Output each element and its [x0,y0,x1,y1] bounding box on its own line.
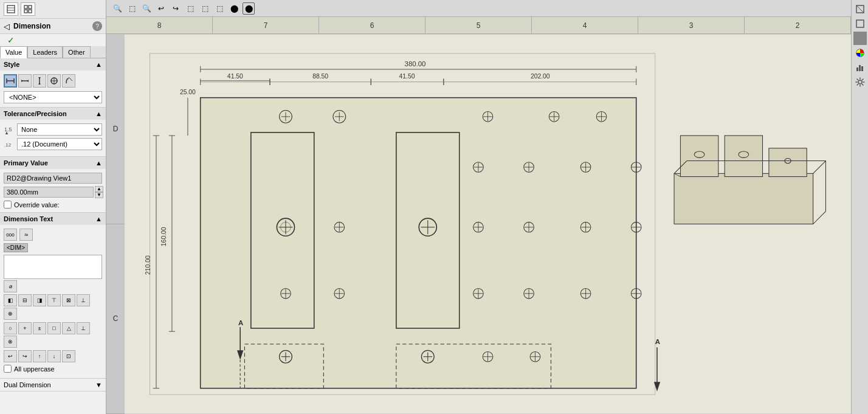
toolbar-undo-icon[interactable]: ↩ [155,2,167,15]
sym-perp-btn[interactable]: ⊥ [77,322,90,334]
align-middle-btn[interactable]: ⊠ [62,294,75,306]
panel-top-icons [0,0,106,19]
primary-value-header[interactable]: Primary Value ▲ [0,157,106,169]
style-btn-2[interactable] [18,74,32,88]
rt-icon-gear[interactable] [853,75,867,89]
style-section-header[interactable]: Style ▲ [0,58,106,71]
svg-rect-148 [769,148,807,177]
tab-leaders[interactable]: Leaders [27,46,63,58]
tolerance-section-header[interactable]: Tolerance/Precision ▲ [0,108,106,120]
dim-sym-icons-row: ○ + ± □ △ ⊥ ⊗ [4,322,102,348]
tab-other[interactable]: Other [63,46,91,58]
sym-plusminus-btn[interactable]: ± [33,322,46,334]
tol-type-icon: 1.5▲ [4,124,15,135]
dim-text-textarea[interactable] [4,255,102,279]
align-cross-btn[interactable]: ⊕ [4,308,17,320]
rt-icon-1[interactable] [853,2,867,16]
dual-dim-header[interactable]: Dual Dimension ▼ [0,379,106,391]
sym-tri-btn[interactable]: △ [62,322,75,334]
tab-value[interactable]: Value [0,46,27,58]
svg-rect-0 [7,5,15,13]
panel-title-row: ◁ Dimension ? [0,19,106,34]
rt-icon-3[interactable] [853,32,867,45]
dim-text-collapse-icon: ▲ [95,215,102,223]
svg-rect-54 [201,98,636,388]
dual-dim-expand-icon: ▼ [95,381,102,388]
dim-sym-btn-1[interactable]: ⌀ [4,280,17,292]
primary-value-content: ▲ ▼ Override value: [0,169,106,212]
align-bottom-btn[interactable]: ⊥ [77,294,90,306]
tol-type-row: 1.5▲ None [4,123,102,136]
row-c: C [106,224,125,415]
primary-value-source-input[interactable] [4,173,102,184]
panel-icon-1[interactable] [4,2,18,16]
toolbar-dot2-icon[interactable]: ⬤ [243,2,255,15]
svg-text:41.50: 41.50 [399,74,415,80]
override-checkbox[interactable] [4,201,12,209]
svg-point-166 [858,80,862,84]
uppercase-label: All uppercase [14,365,55,373]
toolbar-view1-icon[interactable]: ⬚ [184,2,196,15]
style-btn-5[interactable] [62,74,75,88]
align-right-btn[interactable]: ◨ [33,294,46,306]
sym-square-btn[interactable]: □ [47,322,61,334]
svg-text:25.00: 25.00 [180,89,196,95]
dim-format-btn-1[interactable]: 000 [4,229,17,241]
toolbar-dot1-icon[interactable]: ⬤ [228,2,240,15]
rt-icon-color[interactable] [853,46,867,60]
toolbar-redo-icon[interactable]: ↪ [170,2,182,15]
rt-icon-2[interactable] [853,17,867,30]
misc-up-btn[interactable]: ↑ [33,350,46,362]
misc-right-btn[interactable]: ↪ [18,350,32,362]
style-btn-4[interactable] [47,74,61,88]
spin-up-btn[interactable]: ▲ [95,186,103,192]
toolbar-search-icon[interactable]: 🔍 [111,2,123,15]
toolbar-view3-icon[interactable]: ⬚ [213,2,226,15]
toolbar-zoom-icon[interactable]: 🔍 [140,2,153,15]
col-6: 6 [319,17,425,33]
spin-down-btn[interactable]: ▼ [95,192,103,198]
svg-text:41.50: 41.50 [227,74,243,80]
accept-button[interactable]: ✓ [4,34,18,46]
rt-icon-chart[interactable] [853,61,867,74]
dim-text-header[interactable]: Dimension Text ▲ [0,213,106,225]
uppercase-checkbox[interactable] [4,365,12,373]
style-btn-1[interactable] [4,74,17,88]
svg-marker-14 [38,77,41,79]
toolbar-box-icon[interactable]: ⬚ [126,2,138,15]
sym-circle-btn[interactable]: ○ [4,322,17,334]
panel-icon-2[interactable] [21,2,35,16]
precision-dropdown[interactable]: .12 (Document) [17,138,102,150]
svg-marker-15 [38,83,41,85]
svg-rect-163 [856,67,858,71]
misc-box-btn[interactable]: ⊡ [62,350,75,362]
svg-text:A: A [655,338,660,345]
svg-rect-3 [24,5,27,9]
align-center-btn[interactable]: ⊟ [18,294,32,306]
sym-plus-btn[interactable]: + [18,322,32,334]
top-toolbar: 🔍 ⬚ 🔍 ↩ ↪ ⬚ ⬚ ⬚ ⬤ ⬤ [106,0,851,17]
style-btn-3[interactable] [33,74,46,88]
override-row: Override value: [4,201,102,209]
tolerance-section-content: 1.5▲ None .12 .12 (Document) [0,120,106,156]
sym-circle-x-btn[interactable]: ⊗ [4,336,17,348]
toolbar-view2-icon[interactable]: ⬚ [199,2,211,15]
align-left-btn[interactable]: ◧ [4,294,17,306]
svg-rect-146 [680,136,718,177]
svg-rect-161 [856,35,864,42]
misc-left-btn[interactable]: ↩ [4,350,17,362]
svg-text:88.50: 88.50 [312,74,328,80]
panel-back-icon[interactable]: ◁ [4,22,10,31]
dim-align-icons-row: ◧ ⊟ ◨ ⊤ ⊠ ⊥ ⊕ [4,294,102,320]
panel-help-icon[interactable]: ? [92,21,102,31]
style-dropdown[interactable]: <NONE> [4,91,102,103]
primary-value-num-input[interactable] [4,187,94,198]
misc-down-btn[interactable]: ↓ [47,350,61,362]
column-ruler: 8 7 6 5 4 3 2 [106,17,851,34]
tol-type-dropdown[interactable]: None [17,123,102,136]
panel-title: Dimension [13,22,50,30]
style-icons-row [4,74,102,88]
dim-format-btn-2[interactable]: ≈ [19,229,33,241]
align-top-btn[interactable]: ⊤ [47,294,61,306]
engineering-drawing: 380.00 41.50 88.50 41.50 [125,34,851,414]
